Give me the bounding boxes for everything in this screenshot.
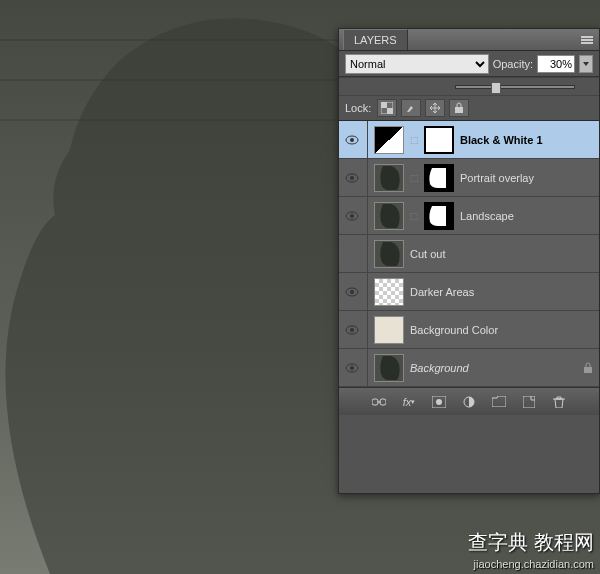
lock-row: Lock: (339, 95, 599, 121)
opacity-slider[interactable] (455, 85, 575, 89)
layer-name-label: Landscape (460, 210, 595, 222)
layer-row[interactable]: ⬚Portrait overlay (339, 159, 599, 197)
layer-thumbnail[interactable] (374, 278, 404, 306)
circle-half-icon (463, 396, 475, 408)
divider (367, 159, 368, 197)
svg-point-19 (350, 328, 354, 332)
layer-row[interactable]: Cut out (339, 235, 599, 273)
trash-icon (553, 396, 565, 408)
layer-thumbnail[interactable] (374, 316, 404, 344)
svg-rect-30 (523, 396, 535, 408)
mask-thumbnail[interactable] (424, 164, 454, 192)
mask-icon (432, 396, 446, 408)
divider (367, 235, 368, 273)
link-icon: ⬚ (410, 211, 418, 221)
blend-mode-select[interactable]: Normal (345, 54, 489, 74)
opacity-dropdown-icon[interactable] (579, 55, 593, 73)
lock-pixels-button[interactable] (401, 99, 421, 117)
divider (367, 197, 368, 235)
blend-opacity-row: Normal Opacity: (339, 51, 599, 77)
layers-list: ⬚Black & White 1⬚Portrait overlay⬚Landsc… (339, 121, 599, 387)
layer-row[interactable]: Background (339, 349, 599, 387)
divider (367, 349, 368, 387)
visibility-toggle[interactable] (343, 359, 361, 377)
layer-name-label: Black & White 1 (460, 134, 595, 146)
svg-point-12 (350, 214, 354, 218)
svg-rect-23 (584, 367, 592, 373)
visibility-toggle[interactable] (343, 245, 361, 263)
new-group-button[interactable] (489, 392, 509, 412)
layer-name-label: Darker Areas (410, 286, 595, 298)
chain-icon (372, 397, 386, 407)
link-layers-button[interactable] (369, 392, 389, 412)
divider (367, 311, 368, 349)
move-icon (429, 102, 441, 114)
layer-name-label: Portrait overlay (460, 172, 595, 184)
delete-layer-button[interactable] (549, 392, 569, 412)
add-mask-button[interactable] (429, 392, 449, 412)
layer-row[interactable]: Background Color (339, 311, 599, 349)
lock-transparency-button[interactable] (377, 99, 397, 117)
layer-thumbnail[interactable] (374, 164, 404, 192)
opacity-label: Opacity: (493, 58, 533, 70)
visibility-toggle[interactable] (343, 283, 361, 301)
lock-label: Lock: (345, 102, 371, 114)
layer-style-button[interactable]: fx▾ (399, 392, 419, 412)
layer-name-label: Cut out (410, 248, 595, 260)
visibility-toggle[interactable] (343, 131, 361, 149)
lock-position-button[interactable] (425, 99, 445, 117)
layers-tab[interactable]: LAYERS (343, 29, 408, 50)
fx-icon: fx (403, 396, 412, 408)
folder-icon (492, 396, 506, 407)
layer-name-label: Background Color (410, 324, 595, 336)
lock-all-button[interactable] (449, 99, 469, 117)
adjustment-layer-button[interactable] (459, 392, 479, 412)
lock-icon (583, 362, 595, 374)
new-page-icon (523, 396, 535, 408)
layer-thumbnail[interactable] (374, 126, 404, 154)
svg-point-21 (350, 366, 354, 370)
layer-thumbnail[interactable] (374, 202, 404, 230)
panel-menu-icon[interactable] (579, 34, 595, 46)
new-layer-button[interactable] (519, 392, 539, 412)
link-icon: ⬚ (410, 135, 418, 145)
svg-point-6 (350, 138, 354, 142)
layer-row[interactable]: ⬚Landscape (339, 197, 599, 235)
svg-point-8 (350, 176, 354, 180)
brush-icon (405, 102, 417, 114)
layer-thumbnail[interactable] (374, 354, 404, 382)
svg-rect-3 (387, 108, 393, 114)
lock-icon (454, 102, 464, 114)
visibility-toggle[interactable] (343, 169, 361, 187)
panel-bottombar: fx▾ (339, 387, 599, 415)
svg-rect-4 (455, 107, 463, 113)
transparency-icon (381, 102, 393, 114)
svg-point-17 (350, 290, 354, 294)
svg-rect-2 (381, 102, 387, 108)
mask-thumbnail[interactable] (424, 126, 454, 154)
opacity-slider-row (339, 77, 599, 95)
svg-point-28 (436, 399, 442, 405)
divider (367, 121, 368, 159)
watermark-url: jiaocheng.chazidian.com (474, 558, 594, 570)
opacity-slider-thumb[interactable] (491, 82, 501, 94)
link-icon: ⬚ (410, 173, 418, 183)
layer-row[interactable]: ⬚Black & White 1 (339, 121, 599, 159)
divider (367, 273, 368, 311)
mask-thumbnail[interactable] (424, 202, 454, 230)
layer-name-label: Background (410, 362, 577, 374)
opacity-input[interactable] (537, 55, 575, 73)
layer-row[interactable]: Darker Areas (339, 273, 599, 311)
visibility-toggle[interactable] (343, 321, 361, 339)
watermark-text: 查字典 教程网 (468, 529, 594, 556)
visibility-toggle[interactable] (343, 207, 361, 225)
layers-panel: LAYERS Normal Opacity: Lock: ⬚Black & Wh… (338, 28, 600, 494)
panel-titlebar: LAYERS (339, 29, 599, 51)
layer-thumbnail[interactable] (374, 240, 404, 268)
